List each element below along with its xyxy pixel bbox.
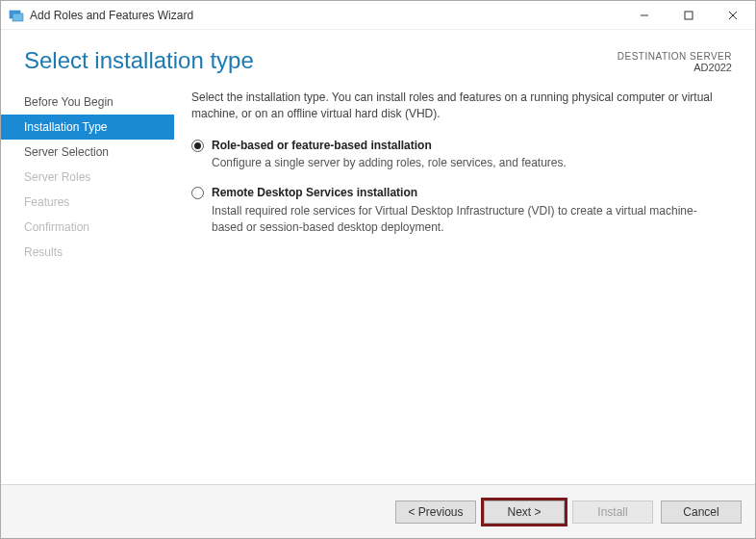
sidebar-item-before-you-begin[interactable]: Before You Begin [1,90,174,115]
sidebar-item-confirmation: Confirmation [1,215,174,240]
option-remote-desktop-desc: Install required role services for Virtu… [212,203,728,236]
close-button[interactable] [711,1,755,29]
destination-name: AD2022 [617,62,732,73]
radio-role-based[interactable] [191,140,204,152]
option-role-based-title: Role-based or feature-based installation [212,138,728,154]
sidebar-item-features: Features [1,190,174,215]
option-remote-desktop[interactable]: Remote Desktop Services installation Ins… [191,185,728,235]
minimize-button[interactable] [622,1,667,29]
wizard-sidebar: Before You Begin Installation Type Serve… [1,84,174,484]
radio-remote-desktop[interactable] [191,187,204,199]
svg-rect-3 [685,12,693,19]
svg-rect-1 [13,13,23,21]
option-remote-desktop-title: Remote Desktop Services installation [212,185,728,201]
intro-text: Select the installation type. You can in… [191,90,728,122]
sidebar-item-installation-type[interactable]: Installation Type [1,115,174,140]
previous-button[interactable]: < Previous [395,500,476,524]
install-button: Install [572,500,653,524]
sidebar-item-server-roles: Server Roles [1,165,174,190]
server-manager-icon [9,8,24,23]
cancel-button[interactable]: Cancel [661,500,742,524]
destination-server-info: DESTINATION SERVER AD2022 [617,47,732,73]
next-button[interactable]: Next > [484,500,565,524]
page-heading: Select installation type [24,47,617,74]
window-title: Add Roles and Features Wizard [30,9,622,22]
destination-label: DESTINATION SERVER [617,51,732,62]
option-role-based[interactable]: Role-based or feature-based installation… [191,138,728,172]
sidebar-item-server-selection[interactable]: Server Selection [1,140,174,165]
maximize-button[interactable] [667,1,711,29]
option-role-based-desc: Configure a single server by adding role… [212,155,728,171]
sidebar-item-results: Results [1,240,174,265]
